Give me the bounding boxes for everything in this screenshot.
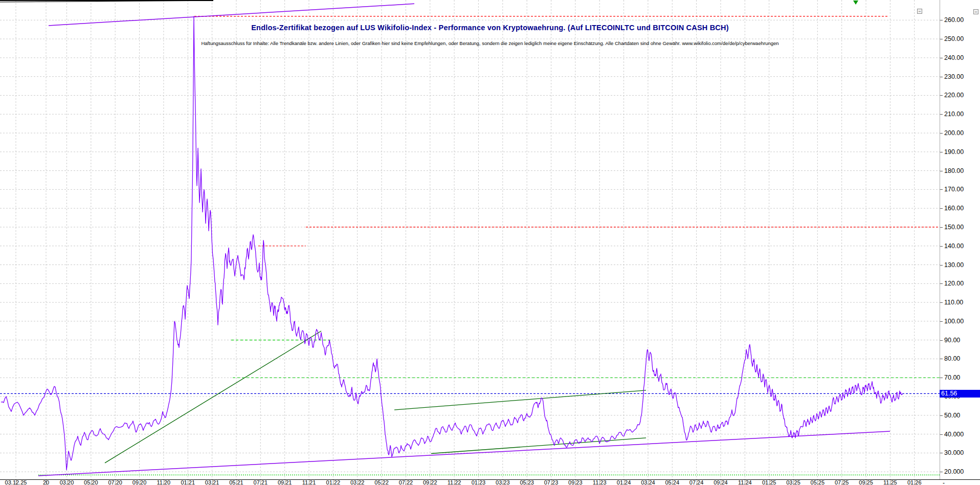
price-axis-label: 260.00 — [944, 16, 964, 24]
price-line — [1, 16, 903, 470]
chart-title: Endlos-Zertifikat bezogen auf LUS Wikifo… — [0, 24, 980, 32]
price-axis-label: 40.000 — [944, 431, 964, 438]
axis-corner-dash: - — [943, 479, 945, 485]
price-axis-tick — [940, 246, 943, 247]
time-axis-label: 03.23 — [496, 480, 510, 485]
price-axis-tick — [940, 114, 943, 115]
price-axis-tick — [940, 77, 943, 77]
collapse-plot-button[interactable]: − — [917, 9, 922, 14]
current-price-badge: 61.56 — [940, 390, 980, 398]
price-axis-label: 250.00 — [944, 35, 964, 42]
price-axis-label: 170.00 — [944, 186, 964, 193]
signal-arrow-icon — [853, 1, 858, 5]
price-axis-tick — [940, 58, 943, 58]
price-axis-tick — [940, 265, 943, 266]
time-axis-label: 11.23 — [593, 480, 607, 485]
price-axis-tick — [940, 415, 943, 416]
time-axis-label: 09.21 — [278, 480, 292, 485]
trend-green-2020-line — [105, 331, 321, 463]
price-axis-tick — [940, 152, 943, 152]
time-axis-label: 11.24 — [738, 480, 752, 485]
price-axis-label: 70.00 — [944, 374, 960, 381]
channel-violet-upper-line — [49, 4, 414, 26]
time-axis-label: 07.20 — [108, 480, 122, 485]
time-axis-label: 09.22 — [423, 480, 437, 485]
collapse-axis-button[interactable]: − — [973, 9, 978, 14]
price-axis-tick — [940, 434, 943, 435]
time-axis-label: 05.23 — [520, 480, 534, 485]
time-axis-label: 01.24 — [617, 480, 631, 485]
price-axis-label: 120.00 — [944, 280, 964, 287]
price-axis-label: 150.00 — [944, 224, 964, 231]
time-axis-label: 09.25 — [859, 480, 873, 485]
price-axis-label: 190.00 — [944, 148, 964, 156]
price-axis-tick — [940, 189, 943, 190]
price-axis-label: 90.00 — [944, 337, 960, 344]
time-axis-label: 11.20 — [157, 480, 171, 485]
time-axis-label: 11.25 — [883, 480, 897, 485]
time-axis-label: 07.22 — [399, 480, 413, 485]
price-axis-label: 160.00 — [944, 205, 964, 212]
time-axis-label: 05.22 — [374, 480, 389, 485]
price-axis-label: 140.00 — [944, 242, 964, 250]
time-axis-label: 05.25 — [811, 480, 825, 485]
price-axis-tick — [940, 283, 943, 284]
price-axis-tick — [940, 340, 943, 341]
time-axis-label: 03.12.25 — [5, 480, 27, 485]
time-axis-label: 09.24 — [714, 480, 728, 485]
chart-disclaimer: Haftungsausschluss für Inhalte: Alle Tre… — [0, 40, 980, 46]
price-axis-label: 110.00 — [944, 299, 963, 306]
price-axis-tick — [940, 20, 943, 20]
time-axis-label: 07.24 — [689, 480, 704, 485]
price-axis-label: 210.00 — [944, 111, 964, 118]
time-axis-label: 01.23 — [472, 480, 486, 485]
price-axis-label: 230.00 — [944, 73, 964, 80]
price-axis-tick — [940, 208, 943, 209]
time-axis-label: 01.26 — [907, 480, 922, 485]
time-axis-label: 03.24 — [641, 480, 655, 485]
plot-area — [0, 0, 940, 479]
price-axis-label: 80.00 — [944, 355, 960, 362]
price-axis-tick — [940, 321, 943, 322]
time-axis-label: 07.23 — [544, 480, 559, 485]
time-axis-label: 05.20 — [84, 480, 98, 485]
price-axis-label: 20.000 — [944, 468, 964, 475]
price-axis-label: 30.000 — [944, 449, 964, 456]
channel-violet-lower-line — [38, 431, 890, 476]
price-axis-tick — [940, 378, 943, 378]
price-axis-tick — [940, 171, 943, 171]
time-axis-label: 11.22 — [448, 480, 461, 485]
price-axis-label: 200.00 — [944, 129, 964, 137]
price-axis: 260.00250.00240.00230.00220.00210.00200.… — [940, 0, 980, 479]
price-axis-tick — [940, 95, 943, 96]
time-axis-label: 07.25 — [835, 480, 849, 485]
price-axis-label: 180.00 — [944, 167, 964, 174]
price-axis-tick — [940, 133, 943, 134]
price-axis-tick — [940, 359, 943, 359]
time-axis-label: 01.21 — [181, 480, 195, 485]
time-axis-label: 03.21 — [205, 480, 219, 485]
price-axis-label: 240.00 — [944, 54, 964, 61]
price-axis-label: 50.00 — [944, 412, 960, 419]
price-axis-tick — [940, 453, 943, 453]
time-axis-label: 20 — [43, 480, 49, 485]
price-axis-tick — [940, 227, 943, 228]
price-axis-tick — [940, 39, 943, 39]
time-axis: - 03.12.252003.2005.2007.2009.2011.2001.… — [0, 479, 980, 485]
time-axis-label: 01.25 — [762, 480, 776, 485]
time-axis-label: 07.21 — [254, 480, 268, 485]
time-axis-label: 03.20 — [60, 480, 74, 485]
time-axis-label: 09.20 — [132, 480, 147, 485]
price-axis-tick — [940, 472, 943, 472]
trend-green-2022-24-upper-line — [394, 390, 646, 410]
time-axis-label: 01.22 — [326, 480, 341, 485]
price-axis-label: 130.00 — [944, 261, 964, 269]
price-axis-tick — [940, 302, 943, 303]
time-axis-label: 05.24 — [665, 480, 679, 485]
time-axis-label: 05.21 — [229, 480, 243, 485]
price-axis-label: 100.00 — [944, 318, 964, 325]
time-axis-label: 03.22 — [350, 480, 365, 485]
price-axis-label: 220.00 — [944, 92, 964, 99]
time-axis-label: 11.21 — [302, 480, 316, 485]
chart-root: Endlos-Zertifikat bezogen auf LUS Wikifo… — [0, 0, 980, 485]
